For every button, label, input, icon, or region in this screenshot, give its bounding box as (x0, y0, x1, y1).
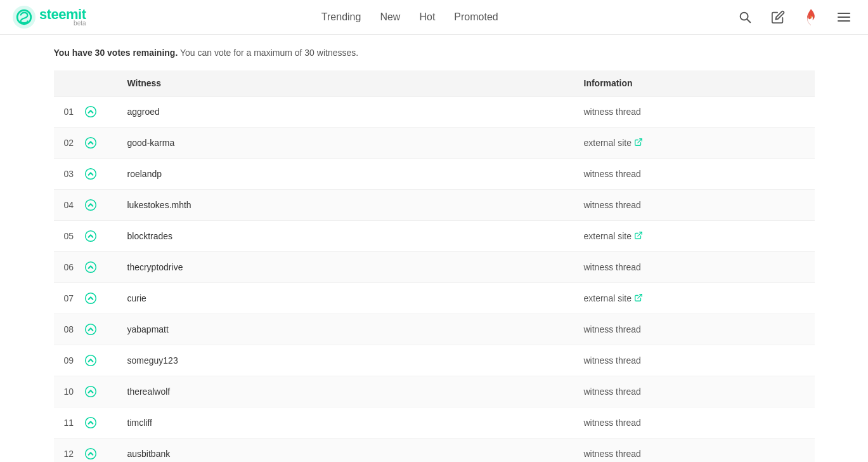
rank-cell: 11 (54, 407, 117, 439)
table-row: 01 aggroedwitness thread (54, 96, 815, 128)
vote-button[interactable] (84, 199, 97, 211)
pencil-icon (771, 10, 785, 24)
information-cell: witness thread (574, 96, 815, 128)
search-icon (738, 10, 752, 24)
witness-table: Witness Information 01 aggroedwitness th… (54, 70, 815, 462)
menu-button[interactable] (832, 6, 855, 29)
vote-button[interactable] (84, 385, 97, 398)
witness-thread-link[interactable]: witness thread (584, 324, 805, 334)
witness-cell: lukestokes.mhth (117, 190, 574, 221)
vote-button[interactable] (84, 168, 97, 180)
witness-thread-link[interactable]: witness thread (584, 107, 805, 117)
witness-thread-link[interactable]: witness thread (584, 355, 805, 366)
table-row: 10 therealwolfwitness thread (54, 376, 815, 407)
vote-button[interactable] (84, 230, 97, 242)
table-row: 07 curie external site (54, 283, 815, 314)
witness-cell: good-karma (117, 128, 574, 159)
witness-name: curie (127, 293, 146, 303)
svg-point-0 (13, 6, 36, 29)
rank-number: 10 (64, 386, 79, 397)
witness-thread-link[interactable]: witness thread (584, 418, 805, 428)
svg-point-11 (85, 200, 96, 211)
rank-number: 11 (64, 418, 79, 428)
table-row: 04 lukestokes.mhthwitness thread (54, 190, 815, 221)
vote-button[interactable] (84, 416, 97, 429)
svg-line-3 (747, 19, 750, 22)
compose-button[interactable] (767, 6, 789, 29)
nav-promoted[interactable]: Promoted (454, 11, 498, 23)
information-cell: witness thread (574, 190, 815, 221)
external-link-icon (634, 231, 643, 242)
nav-new[interactable]: New (380, 11, 400, 23)
table-row: 05 blocktrades external site (54, 221, 815, 252)
witness-cell: roelandp (117, 159, 574, 190)
vote-button[interactable] (84, 447, 97, 460)
witness-name: good-karma (127, 138, 175, 148)
rank-number: 06 (64, 262, 79, 272)
vote-button[interactable] (84, 323, 97, 336)
vote-button[interactable] (84, 292, 97, 305)
external-site-link[interactable]: external site (584, 231, 805, 242)
navbar: steemit beta Trending New Hot Promoted (0, 0, 868, 35)
witness-name: therealwolf (127, 386, 171, 397)
rank-cell: 05 (54, 221, 117, 252)
witness-name: someguy123 (127, 355, 178, 366)
chevron-up-icon (84, 105, 97, 118)
table-row: 09 someguy123witness thread (54, 345, 815, 376)
witness-name: yabapmatt (127, 324, 169, 334)
svg-point-8 (85, 138, 96, 148)
nav-hot[interactable]: Hot (419, 11, 435, 23)
col-information-header: Information (574, 70, 815, 96)
table-header: Witness Information (54, 70, 815, 96)
vote-button[interactable] (84, 136, 97, 149)
information-cell: witness thread (574, 314, 815, 345)
svg-line-9 (638, 138, 642, 142)
rank-number: 03 (64, 169, 79, 179)
external-site-link[interactable]: external site (584, 138, 805, 148)
rank-number: 09 (64, 355, 79, 366)
rank-number: 07 (64, 293, 79, 303)
witness-cell: thecryptodrive (117, 252, 574, 283)
external-site-link[interactable]: external site (584, 293, 805, 304)
witness-cell: therealwolf (117, 376, 574, 407)
votes-notice: You have 30 votes remaining. You can vot… (54, 48, 815, 58)
information-cell: external site (574, 128, 815, 159)
witness-cell: blocktrades (117, 221, 574, 252)
table-body: 01 aggroedwitness thread 02 good-karma (54, 96, 815, 463)
steemit-logo-icon (13, 6, 36, 29)
rank-cell: 01 (54, 96, 117, 128)
svg-point-15 (85, 293, 96, 304)
witness-name: aggroed (127, 107, 160, 117)
vote-button[interactable] (84, 105, 97, 118)
rank-cell: 06 (54, 252, 117, 283)
witness-thread-link[interactable]: witness thread (584, 386, 805, 397)
witness-thread-link[interactable]: witness thread (584, 200, 805, 210)
svg-point-18 (85, 355, 96, 366)
witness-name: lukestokes.mhth (127, 200, 191, 210)
witness-thread-link[interactable]: witness thread (584, 262, 805, 272)
witness-thread-link[interactable]: witness thread (584, 449, 805, 459)
chevron-up-icon (84, 292, 97, 305)
information-cell: external site (574, 283, 815, 314)
information-cell: external site (574, 221, 815, 252)
main-content: You have 30 votes remaining. You can vot… (29, 35, 840, 462)
svg-point-12 (85, 231, 96, 242)
table-row: 08 yabapmattwitness thread (54, 314, 815, 345)
nav-trending[interactable]: Trending (321, 11, 361, 23)
chevron-up-icon (84, 354, 97, 367)
witness-cell: timcliff (117, 407, 574, 439)
chevron-up-icon (84, 261, 97, 274)
rank-number: 04 (64, 200, 79, 210)
witness-cell: aggroed (117, 96, 574, 128)
table-row: 06 thecryptodrivewitness thread (54, 252, 815, 283)
witness-cell: yabapmatt (117, 314, 574, 345)
witness-thread-link[interactable]: witness thread (584, 169, 805, 179)
chevron-up-icon (84, 168, 97, 180)
witness-name: blocktrades (127, 231, 173, 241)
vote-button[interactable] (84, 354, 97, 367)
search-button[interactable] (734, 6, 756, 29)
information-cell: witness thread (574, 439, 815, 463)
steem-logo-button[interactable] (800, 6, 822, 29)
vote-button[interactable] (84, 261, 97, 274)
votes-bold: You have 30 votes remaining. (54, 48, 178, 58)
